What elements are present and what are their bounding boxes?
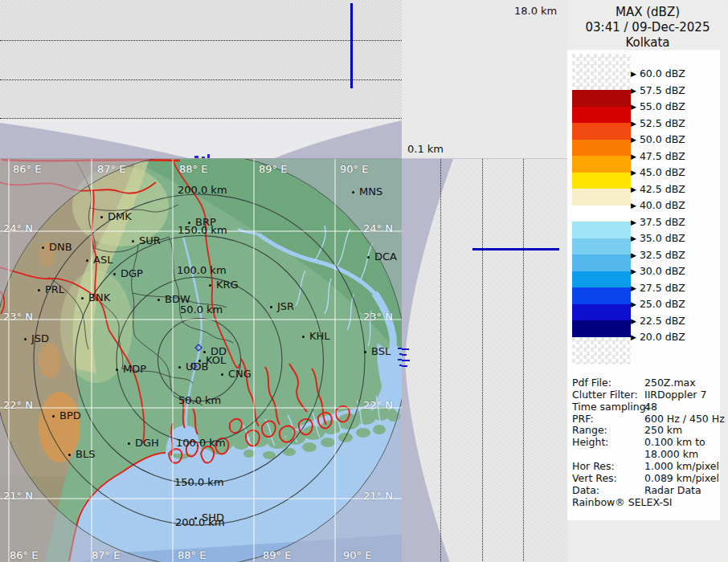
legend-tick-label: ▶37.5 dBZ (631, 216, 685, 228)
lon-label-top: 88° E (179, 163, 207, 175)
tick-arrow-icon: ▶ (631, 169, 636, 177)
legend-tick-label: ▶50.0 dBZ (631, 133, 685, 145)
timestamp: 03:41 / 09-Dec-2025 (567, 20, 728, 35)
info-label: Time sampling: (572, 401, 649, 413)
height-gridline (0, 40, 402, 41)
tick-text: 37.5 dBZ (640, 216, 685, 228)
legend-tick-label: ▶55.0 dBZ (631, 100, 685, 112)
info-value: 0.089 km/pixel (644, 472, 719, 484)
tick-text: 45.0 dBZ (640, 166, 685, 178)
city-label: BPD (59, 409, 81, 422)
legend-tick-label: ▶35.0 dBZ (631, 232, 685, 244)
min-height-label: 0.1 km (407, 143, 444, 155)
legend-panel: MAX (dBZ) 03:41 / 09-Dec-2025 Kolkata ▶6… (567, 0, 728, 562)
lat-label-right: 24° N (363, 222, 393, 234)
city-label: BSL (371, 345, 391, 357)
info-label: Data: (572, 484, 599, 496)
tick-arrow-icon: ▶ (631, 70, 636, 78)
map-top-border (0, 158, 402, 159)
color-band-transparent-bottom (572, 337, 631, 364)
info-value: 250 km (644, 424, 682, 436)
tick-arrow-icon: ▶ (631, 103, 636, 111)
color-band (572, 173, 631, 189)
side-panel-ns-height-projection (402, 158, 567, 562)
tick-text: 50.0 dBZ (640, 133, 685, 145)
city-label: BRP (195, 216, 216, 228)
info-row: Range:250 km (567, 424, 728, 436)
color-band (572, 271, 631, 288)
city-label: JSR (277, 300, 294, 312)
top-panel-ew-height-projection (0, 0, 402, 119)
color-band (572, 123, 631, 140)
info-row: Height:0.100 km to18.000 km (567, 436, 728, 448)
lon-label-bottom: 89° E (263, 549, 291, 561)
range-ring-label: 100.0 km (177, 264, 227, 276)
city-label: DGP (121, 267, 143, 279)
color-band (572, 156, 631, 173)
tick-text: 47.5 dBZ (640, 150, 685, 162)
tick-arrow-icon: ▶ (631, 120, 636, 128)
height-gridline (0, 79, 402, 80)
city-label: BDW (165, 293, 190, 305)
lat-label-left: 22° N (3, 399, 33, 411)
info-label: Vert Res: (572, 472, 617, 484)
echo-mark (402, 354, 407, 356)
lat-label-right: 21° N (363, 490, 393, 502)
max-height-label: 18.0 km (514, 5, 557, 17)
range-ring-label: 50.0 km (178, 394, 221, 406)
color-band (572, 304, 631, 321)
tick-text: 27.5 dBZ (640, 282, 685, 294)
legend-tick-label: ▶45.0 dBZ (631, 166, 685, 178)
tick-arrow-icon: ▶ (631, 87, 636, 95)
height-gridline (523, 159, 524, 562)
legend-tick-label: ▶25.0 dBZ (631, 298, 685, 310)
legend-tick-label: ▶20.0 dBZ (631, 331, 685, 343)
tick-arrow-icon: ▶ (631, 333, 636, 341)
color-band (572, 90, 631, 107)
info-label: Clutter Filter: (572, 389, 638, 401)
map-panel: 86° E87° E88° E89° E90° E86° E87° E88° E… (0, 158, 402, 562)
range-ring-label: 100.0 km (176, 437, 226, 449)
tick-text: 40.0 dBZ (640, 199, 685, 211)
tick-arrow-icon: ▶ (631, 218, 636, 226)
tick-text: 25.0 dBZ (640, 298, 685, 310)
city-label: BNK (88, 291, 110, 303)
radar-product-screen: 18.0 km 0.1 km (0, 0, 728, 562)
info-value: 250Z.max (644, 377, 696, 389)
range-ring-label: 50.0 km (180, 303, 223, 316)
range-ring-label: 200.0 km (178, 184, 227, 196)
city-label: UDB (186, 360, 208, 373)
lat-label-left: 21° N (3, 490, 33, 502)
lon-label-bottom: 88° E (178, 549, 206, 561)
tick-text: 32.5 dBZ (640, 249, 685, 261)
color-band (572, 107, 631, 124)
legend-tick-label: ▶27.5 dBZ (631, 282, 685, 294)
info-row: Data:Radar Data (567, 484, 728, 496)
tick-text: 55.0 dBZ (640, 100, 685, 112)
legend-tick-label: ▶52.5 dBZ (631, 117, 685, 129)
color-band (572, 320, 631, 337)
echo-mark (402, 360, 410, 361)
height-gridline (482, 159, 483, 562)
color-band (572, 222, 631, 238)
lon-label-top: 89° E (259, 163, 287, 175)
legend-tick-label: ▶57.5 dBZ (631, 84, 685, 96)
cone-wedge-right (275, 120, 402, 158)
tick-arrow-icon: ▶ (631, 234, 636, 242)
tick-text: 42.5 dBZ (640, 183, 685, 195)
legend-tick-label: ▶30.0 dBZ (631, 265, 685, 277)
legend-tick-label: ▶60.0 dBZ (631, 67, 685, 79)
city-label: KOL (206, 354, 226, 366)
color-band (572, 287, 631, 304)
echo-mark (402, 365, 407, 367)
info-row: Hor Res:1.000 km/pixel (567, 460, 728, 472)
tick-text: 52.5 dBZ (640, 117, 685, 129)
lon-label-top: 86° E (13, 163, 41, 175)
lon-label-bottom: 86° E (10, 549, 38, 561)
cross-section-marker-horizontal (472, 248, 559, 250)
tick-arrow-icon: ▶ (631, 300, 636, 308)
lat-label-left: 23° N (3, 311, 33, 323)
legend-tick-label: ▶42.5 dBZ (631, 183, 685, 195)
legend-tick-label: ▶22.5 dBZ (631, 315, 685, 327)
info-label: Pdf File: (572, 377, 611, 389)
